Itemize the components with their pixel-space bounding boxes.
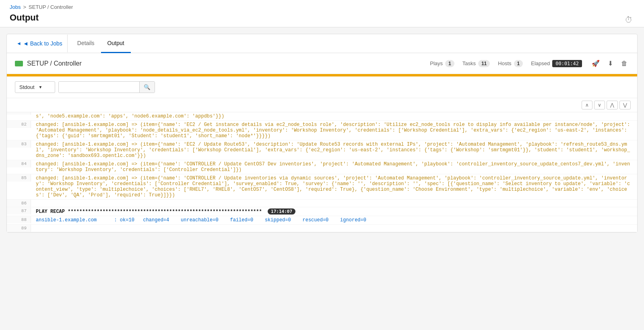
scroll-up-button[interactable]: ∧: [582, 101, 592, 109]
line-content: changed: [ansible-1.example.com] => (ite…: [31, 160, 637, 174]
search-wrap: 🔍: [58, 81, 155, 93]
table-row: 89: [7, 225, 637, 232]
tasks-label: Tasks: [462, 60, 476, 66]
line-content: PLAY RECAP *****************************…: [31, 207, 637, 216]
hosts-count: 1: [514, 60, 523, 67]
header-actions: 🚀 ⬇ 🗑: [590, 58, 629, 69]
breadcrumb-separator: >: [23, 4, 26, 10]
job-meta-section: Plays 1 Tasks 11 Hosts 1 Elapsed 00:01:4…: [430, 58, 629, 69]
search-icon: 🔍: [144, 84, 151, 90]
timestamp-badge: 17:14:07: [268, 208, 295, 214]
line-number: 89: [7, 225, 31, 232]
search-input[interactable]: [59, 82, 139, 93]
plays-label: Plays: [430, 60, 443, 66]
table-row: 86: [7, 200, 637, 207]
table-row: 88ansible-1.example.com : ok=10 changed=…: [7, 216, 637, 225]
line-content: changed: [ansible-1.example.com] => (ite…: [31, 121, 637, 140]
tab-output[interactable]: Output: [101, 34, 131, 53]
tab-details[interactable]: Details: [71, 34, 101, 53]
line-content: changed: [ansible-1.example.com] => (ite…: [31, 140, 637, 160]
table-row: 85changed: [ansible-1.example.com] => (i…: [7, 174, 637, 200]
line-number: 85: [7, 174, 31, 182]
hosts-label: Hosts: [498, 60, 511, 66]
elapsed-meta: Elapsed 00:01:42: [531, 60, 582, 67]
history-icon-button[interactable]: ⏱: [623, 14, 634, 26]
plays-meta: Plays 1: [430, 60, 454, 67]
table-row: 87PLAY RECAP ***************************…: [7, 207, 637, 216]
tasks-meta: Tasks 11: [462, 60, 490, 67]
back-to-jobs-label: ◄ Back to Jobs: [23, 40, 62, 47]
line-number: 86: [7, 200, 31, 207]
tab-bar: ◄ ◄ Back to Jobs Details Output: [7, 34, 637, 53]
line-number: 87: [7, 207, 31, 214]
line-content: [31, 200, 637, 202]
elapsed-label: Elapsed: [531, 60, 550, 66]
output-toolbar: Stdout ▼ 🔍: [7, 76, 637, 98]
table-row: s', 'node5.example.com': 'apps', 'node6.…: [7, 112, 637, 121]
rocket-icon-button[interactable]: 🚀: [590, 58, 601, 69]
line-content: changed: [ansible-1.example.com] => (ite…: [31, 174, 637, 199]
job-title-section: SETUP / Controller: [15, 60, 82, 67]
scroll-nav-controls: ∧ ∨ ⋀ ⋁: [7, 98, 637, 112]
line-content: ansible-1.example.com : ok=10 changed=4 …: [31, 216, 637, 224]
scroll-top-button[interactable]: ⋀: [607, 101, 618, 109]
job-header: SETUP / Controller Plays 1 Tasks 11 Host…: [7, 53, 637, 74]
search-button[interactable]: 🔍: [139, 82, 155, 93]
line-number: [7, 112, 31, 115]
download-icon-button[interactable]: ⬇: [606, 58, 615, 69]
chevron-down-icon: ▼: [39, 85, 43, 89]
stdout-label: Stdout: [19, 84, 35, 90]
line-content: [31, 225, 637, 227]
back-arrow-icon: ◄: [17, 41, 21, 46]
breadcrumb-jobs-link[interactable]: Jobs: [10, 4, 21, 10]
plays-count: 1: [445, 60, 454, 67]
line-number: 84: [7, 160, 31, 167]
line-content: s', 'node5.example.com': 'apps', 'node6.…: [31, 112, 637, 120]
tasks-count: 11: [478, 60, 490, 67]
table-row: 82changed: [ansible-1.example.com] => (i…: [7, 121, 637, 140]
line-number: 88: [7, 216, 31, 223]
line-number: 83: [7, 140, 31, 148]
output-area[interactable]: s', 'node5.example.com': 'apps', 'node6.…: [7, 112, 637, 232]
line-number: 82: [7, 121, 31, 128]
breadcrumb-current: SETUP / Controller: [29, 4, 73, 10]
scroll-bottom-button[interactable]: ⋁: [619, 101, 631, 109]
table-row: 84changed: [ansible-1.example.com] => (i…: [7, 160, 637, 174]
scroll-down-button[interactable]: ∨: [594, 101, 605, 109]
job-status-icon: [15, 61, 23, 66]
hosts-meta: Hosts 1: [498, 60, 523, 67]
table-row: 83changed: [ansible-1.example.com] => (i…: [7, 140, 637, 160]
back-to-jobs-tab[interactable]: ◄ ◄ Back to Jobs: [12, 35, 68, 52]
job-title-text: SETUP / Controller: [27, 60, 82, 67]
recap-text: PLAY RECAP *****************************…: [36, 209, 268, 214]
stdout-select[interactable]: Stdout ▼: [15, 81, 55, 93]
breadcrumb: Jobs > SETUP / Controller: [10, 4, 634, 10]
page-title: Output: [10, 12, 39, 27]
delete-icon-button[interactable]: 🗑: [619, 58, 629, 69]
elapsed-time: 00:01:42: [552, 60, 582, 67]
